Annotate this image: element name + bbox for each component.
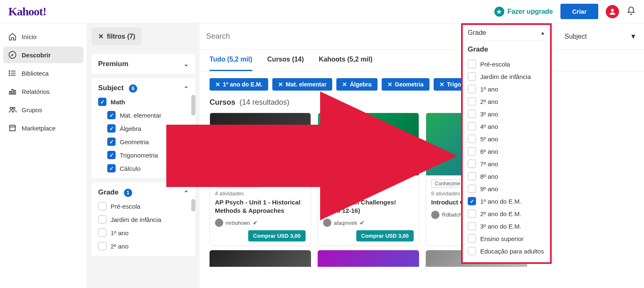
author-row: mrbohnen ✔ — [215, 219, 306, 227]
buy-button[interactable]: Comprar USD 3,00 — [248, 230, 306, 241]
subject-dropdown[interactable]: Subject ▼ — [557, 23, 644, 49]
star-icon: ★ — [494, 7, 504, 17]
chip-label: Geometria — [395, 81, 424, 88]
notifications-button[interactable] — [627, 6, 636, 17]
category-tag: Ciências sociais — [215, 180, 258, 188]
grade-popover-option[interactable]: Educação para adultos — [468, 245, 545, 257]
option-label: 2º ano — [480, 98, 498, 105]
nav-reports[interactable]: Relatórios — [3, 83, 84, 100]
grade-popover-option[interactable]: Ensino superior — [468, 232, 545, 245]
card-title: AP Psych - Unit 1 - Historical Methods &… — [215, 198, 306, 214]
grade-popover-option[interactable]: 2º ano — [468, 95, 545, 108]
avatar[interactable] — [606, 5, 619, 18]
buy-button[interactable]: Comprar USD 3,00 — [356, 230, 414, 241]
course-card[interactable]: Matemática 6 atividades Mental Math Chal… — [318, 113, 419, 246]
tabs: Tudo (5,2 mil) Cursos (14) Kahoots (5,2 … — [200, 50, 644, 71]
subject-option[interactable]: Math — [98, 98, 189, 106]
nav-label: Descobrir — [22, 52, 51, 59]
option-label: Educação para adultos — [480, 248, 544, 255]
nav-discover[interactable]: Descobrir — [3, 47, 84, 63]
upgrade-button[interactable]: ★ Fazer upgrade — [494, 7, 553, 17]
premium-label: Premium — [98, 60, 128, 68]
subject-option[interactable]: Cálculo — [107, 164, 189, 172]
grade-option[interactable]: Pré-escola — [98, 202, 189, 210]
grade-popover-option[interactable]: 1º ano do E.M. — [468, 195, 545, 207]
grade-header[interactable]: Grade 1 ⌃ — [98, 188, 189, 197]
grade-popover-option[interactable]: 4º ano — [468, 120, 545, 133]
chevron-up-icon: ⌃ — [184, 190, 189, 196]
tab-all[interactable]: Tudo (5,2 mil) — [210, 56, 252, 71]
compass-icon — [8, 51, 17, 59]
search-input[interactable] — [200, 23, 466, 49]
option-label: 5º ano — [480, 135, 498, 143]
tab-courses[interactable]: Cursos (14) — [267, 56, 304, 71]
grade-option[interactable]: Jardim de infância — [98, 215, 189, 224]
option-label: Mat. elementar — [120, 112, 161, 119]
checkbox-icon — [468, 110, 476, 118]
nav-marketplace[interactable]: Marketplace — [3, 120, 84, 136]
grade-popover-option[interactable]: 6º ano — [468, 145, 545, 158]
subject-option[interactable]: Trigonometria — [107, 151, 189, 159]
author-name: Rdbatch — [442, 212, 462, 218]
logo[interactable]: Kahoot! — [8, 5, 46, 18]
filter-chip[interactable]: ✕1º ano do E.M. — [210, 78, 268, 91]
svg-point-6 — [9, 73, 10, 74]
category-tag: Conhecime — [431, 180, 464, 188]
filter-chip[interactable]: ✕Mat. elementar — [272, 78, 332, 91]
premium-section[interactable]: Premium ⌄ — [91, 54, 195, 74]
card-thumbnail[interactable] — [318, 250, 419, 267]
grade-option[interactable]: 1º ano — [98, 229, 189, 237]
subject-option[interactable]: Álgebra — [107, 124, 189, 133]
checkbox-icon — [468, 209, 476, 218]
grade-popover: Grade ▲ Grade Pré-escolaJardim de infânc… — [461, 23, 552, 264]
grade-popover-option[interactable]: 7º ano — [468, 158, 545, 170]
checkbox-icon — [107, 138, 116, 146]
option-label: Jardim de infância — [111, 216, 161, 223]
shop-icon — [8, 124, 17, 132]
chevron-down-icon: ▼ — [630, 33, 637, 40]
filter-chip[interactable]: ✕Álgebra — [336, 78, 377, 91]
subject-header[interactable]: Subject 6 ⌃ — [98, 84, 189, 93]
header: Kahoot! ★ Fazer upgrade Criar — [0, 0, 644, 23]
grade-popover-option[interactable]: 9º ano — [468, 182, 545, 195]
filters-chip[interactable]: ✕ filtros (7) — [91, 27, 142, 45]
grade-popover-option[interactable]: 3º ano do E.M. — [468, 220, 545, 232]
tab-kahoots[interactable]: Kahoots (5,2 mil) — [319, 56, 373, 71]
grade-dropdown-open[interactable]: Grade ▲ — [468, 29, 545, 41]
checkbox-icon — [468, 197, 476, 205]
checkbox-icon — [468, 122, 476, 130]
nav-groups[interactable]: Grupos — [3, 101, 84, 118]
subject-count-badge: 6 — [129, 84, 137, 93]
cursos-heading: Cursos (14 resultados) — [200, 91, 644, 108]
course-cards-row-2 — [200, 250, 644, 267]
option-label: 4º ano — [480, 123, 498, 130]
close-icon: ✕ — [439, 81, 444, 88]
search-row: ✕ filtros (7) Grade ▲ Subject ▼ — [87, 23, 644, 50]
scrollbar[interactable] — [191, 95, 195, 116]
grade-popover-option[interactable]: 1º ano — [468, 83, 545, 95]
card-thumbnail[interactable] — [210, 250, 311, 267]
course-card[interactable]: Ciências sociais 4 atividades AP Psych -… — [210, 113, 311, 246]
verified-icon: ✔ — [253, 219, 258, 226]
nav-label: Marketplace — [22, 125, 56, 132]
scrollbar[interactable] — [191, 199, 195, 212]
filter-chip[interactable]: ✕Geometria — [382, 78, 429, 91]
option-label: 7º ano — [480, 160, 498, 167]
subject-dropdown-label: Subject — [565, 33, 587, 40]
grade-popover-option[interactable]: Jardim de infância — [468, 70, 545, 83]
nav-home[interactable]: Início — [3, 28, 84, 45]
grade-option[interactable]: 2º ano — [98, 242, 189, 250]
grade-popover-option[interactable]: 2º ano do E.M. — [468, 207, 545, 220]
subject-option[interactable]: Geometria — [107, 138, 189, 146]
option-label: 2º ano — [111, 243, 128, 250]
create-button[interactable]: Criar — [560, 4, 598, 19]
grade-popover-option[interactable]: 5º ano — [468, 133, 545, 145]
option-label: Trigonometria — [120, 152, 158, 159]
nav-library[interactable]: Biblioteca — [3, 65, 84, 81]
card-title: Mental Math Challenges! (Ages 12-16) — [323, 198, 414, 214]
subject-option[interactable]: Mat. elementar — [107, 111, 189, 119]
grade-popover-option[interactable]: 3º ano — [468, 108, 545, 120]
grade-popover-option[interactable]: Pré-escola — [468, 58, 545, 70]
option-label: 1º ano do E.M. — [480, 198, 521, 205]
grade-popover-option[interactable]: 8º ano — [468, 170, 545, 182]
